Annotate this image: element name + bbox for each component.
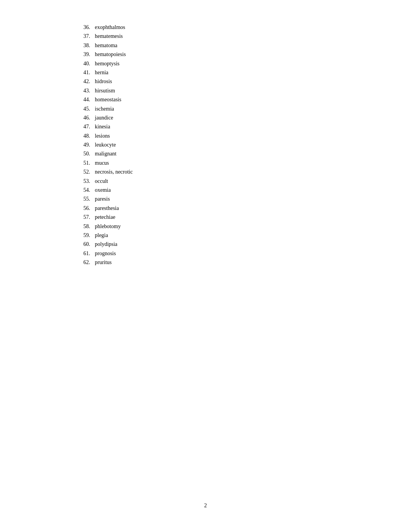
item-text: paresis [95, 195, 110, 203]
item-number: 51. [77, 159, 95, 167]
list-item: 56.paresthesia [77, 204, 380, 213]
item-number: 42. [77, 77, 95, 86]
list-item: 42.hidrosis [77, 77, 380, 86]
list-item: 61.prognosis [77, 249, 380, 258]
list-item: 62.pruritus [77, 258, 380, 267]
item-number: 41. [77, 68, 95, 77]
list-item: 60.polydipsia [77, 240, 380, 249]
item-text: polydipsia [95, 240, 117, 249]
item-number: 39. [77, 50, 95, 59]
list-item: 57.petechiae [77, 213, 380, 222]
list-item: 58.phlebotomy [77, 222, 380, 231]
item-text: hematoma [95, 41, 117, 50]
item-text: hirsutism [95, 87, 115, 95]
list-container: 36.exophthalmos37.hematemesis38.hematoma… [77, 23, 380, 267]
item-text: paresthesia [95, 204, 119, 213]
item-number: 38. [77, 41, 95, 50]
list-item: 44.homeostasis [77, 95, 380, 104]
item-text: hernia [95, 68, 108, 77]
item-number: 45. [77, 105, 95, 113]
item-number: 55. [77, 195, 95, 203]
item-text: phlebotomy [95, 222, 121, 231]
item-number: 48. [77, 132, 95, 140]
list-item: 49.leukocyte [77, 141, 380, 149]
list-item: 54.oxemia [77, 186, 380, 194]
list-item: 41.hernia [77, 68, 380, 77]
item-text: malignant [95, 150, 116, 158]
list-item: 52.necrosis, necrotic [77, 168, 380, 176]
item-text: kinesia [95, 123, 110, 131]
item-number: 54. [77, 186, 95, 194]
item-text: jaundice [95, 114, 113, 122]
item-number: 36. [77, 23, 95, 32]
list-item: 45.ischemia [77, 105, 380, 113]
item-number: 59. [77, 231, 95, 240]
item-text: hematemesis [95, 32, 123, 41]
item-number: 62. [77, 258, 95, 267]
list-item: 38.hematoma [77, 41, 380, 50]
item-number: 60. [77, 240, 95, 249]
list-item: 55.paresis [77, 195, 380, 203]
item-number: 52. [77, 168, 95, 176]
list-item: 53.occult [77, 177, 380, 186]
item-text: mucus [95, 159, 109, 167]
list-item: 39.hematopoiesis [77, 50, 380, 59]
item-text: pruritus [95, 258, 112, 267]
item-number: 47. [77, 123, 95, 131]
item-number: 46. [77, 114, 95, 122]
item-text: hemoptysis [95, 60, 120, 68]
item-text: hidrosis [95, 77, 112, 86]
list-item: 47.kinesia [77, 123, 380, 131]
item-text: homeostasis [95, 95, 121, 104]
item-text: ischemia [95, 105, 114, 113]
item-text: plegia [95, 231, 108, 240]
list-item: 40.hemoptysis [77, 60, 380, 68]
item-text: lesions [95, 132, 110, 140]
item-text: oxemia [95, 186, 111, 194]
item-text: petechiae [95, 213, 115, 222]
item-number: 56. [77, 204, 95, 213]
list-item: 51.mucus [77, 159, 380, 167]
item-number: 61. [77, 249, 95, 258]
page-number: 2 [204, 503, 207, 509]
item-number: 53. [77, 177, 95, 186]
list-item: 59.plegia [77, 231, 380, 240]
item-number: 40. [77, 60, 95, 68]
item-number: 50. [77, 150, 95, 158]
item-text: leukocyte [95, 141, 116, 149]
list-item: 43.hirsutism [77, 87, 380, 95]
item-number: 57. [77, 213, 95, 222]
item-number: 44. [77, 95, 95, 104]
list-item: 36.exophthalmos [77, 23, 380, 32]
item-number: 58. [77, 222, 95, 231]
item-text: prognosis [95, 249, 116, 258]
page-container: 36.exophthalmos37.hematemesis38.hematoma… [0, 0, 411, 532]
item-number: 43. [77, 87, 95, 95]
item-text: hematopoiesis [95, 50, 126, 59]
list-item: 46.jaundice [77, 114, 380, 122]
item-number: 49. [77, 141, 95, 149]
item-number: 37. [77, 32, 95, 41]
item-text: exophthalmos [95, 23, 125, 32]
item-text: necrosis, necrotic [95, 168, 133, 176]
list-item: 37.hematemesis [77, 32, 380, 41]
list-item: 50.malignant [77, 150, 380, 158]
item-text: occult [95, 177, 108, 186]
list-item: 48.lesions [77, 132, 380, 140]
